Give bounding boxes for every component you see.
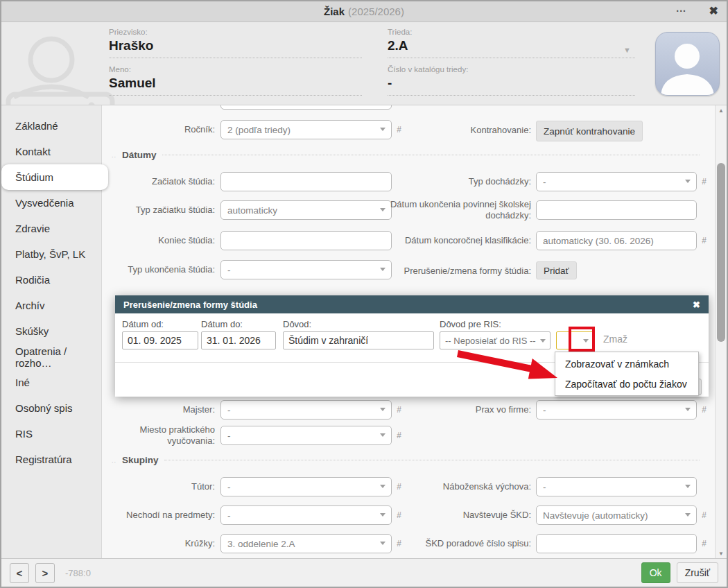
select-majster[interactable]: - (220, 400, 392, 420)
student-avatar[interactable] (655, 32, 720, 96)
section-drag-handle: .. (112, 152, 116, 159)
next-record-button[interactable]: > (35, 563, 55, 583)
modal-input-datum_od[interactable]: 01. 09. 2025 (122, 331, 198, 349)
input-zaciatok_studia[interactable] (220, 172, 392, 191)
modal-select-dovod_pre_ris[interactable]: -- Neposielať do RIS -- (440, 331, 551, 349)
field-label-navstevuje_skd: Navštevuje ŠKD: (378, 500, 531, 530)
header-field-label: Meno: (109, 65, 362, 74)
section-drag-handle: .. (112, 457, 116, 464)
sidebar-item-opatrenia-rozho-[interactable]: Opatrenia / rozho… (1, 344, 101, 370)
select-rocnik[interactable]: 2 (podľa triedy) (220, 120, 392, 139)
hash-link-icon[interactable]: # (397, 431, 401, 440)
chevron-down-icon (685, 180, 691, 183)
scroll-up-icon[interactable]: ▲ (716, 105, 727, 115)
record-position-text: -788:0 (65, 568, 91, 578)
vertical-scrollbar[interactable]: ▲ ▼ (715, 105, 727, 558)
select-miesto_praktickeho_vyucovania[interactable]: - (220, 426, 392, 445)
header-field-value[interactable]: - (388, 76, 635, 94)
title-bar: Žiak (2025/2026) ... ✖ (1, 1, 727, 22)
sidebar-item-arch-v[interactable]: Archív (1, 293, 101, 318)
modal-input-datum_do[interactable]: 31. 01. 2026 (201, 331, 276, 349)
section-header-skupiny: ..Skupiny (112, 455, 700, 465)
input-skd_poradove_cislo[interactable] (536, 534, 697, 553)
field-label-kontrahovanie: Kontrahovanie: (378, 115, 531, 146)
sidebar-item--t-dium[interactable]: Štúdium (1, 164, 108, 190)
field-value: - (227, 405, 231, 415)
delete-row-link[interactable]: Zmaž (603, 334, 627, 345)
enable-contracting-button[interactable]: Zapnúť kontrahovanie (536, 121, 643, 141)
chevron-down-icon[interactable] (540, 339, 546, 343)
header-field-underline (109, 95, 362, 96)
chevron-down-icon (685, 408, 691, 411)
chevron-down-icon (685, 513, 691, 517)
studium-tab-content: ..Dátumy..SkupinyRočník:2 (podľa triedy)… (102, 105, 715, 558)
modal-close-icon[interactable]: ✖ (693, 300, 700, 310)
prev-record-button[interactable]: < (10, 563, 29, 583)
sidebar-item-zdravie[interactable]: Zdravie (1, 216, 101, 241)
field-label-typ_dochadzky: Typ dochádzky: (378, 166, 531, 197)
hash-link-icon[interactable]: # (702, 510, 707, 520)
hash-link-icon[interactable]: # (702, 405, 707, 415)
field-value: - (227, 431, 231, 441)
input-datum_koncorocnej_klasifikacie[interactable]: automaticky (30. 06. 2026) (536, 231, 697, 250)
field-value: - (227, 265, 231, 275)
clipped-select-above[interactable] (220, 105, 392, 110)
modal-title: Prerušenie/zmena formy štúdia (123, 300, 693, 310)
dropdown-option-1[interactable]: Zobrazovať v známkach (555, 354, 698, 374)
more-options-icon[interactable]: ... (676, 3, 686, 14)
input-koniec_studia[interactable] (220, 231, 392, 250)
scrollbar-thumb[interactable] (717, 163, 725, 342)
select-nabozenska_vychova[interactable]: - (536, 477, 697, 496)
field-value: - (227, 482, 231, 492)
field-label-datum_koncorocnej_klasifikacie: Dátum koncoročnej klasifikácie: (378, 225, 531, 256)
cancel-button[interactable]: Zrušiť (677, 562, 718, 583)
dialog-title: Žiak (324, 6, 345, 17)
field-label-nabozenska_vychova: Náboženská výchova: (378, 472, 531, 502)
header-field-value[interactable]: Samuel (109, 76, 362, 94)
hash-link-icon[interactable]: # (702, 177, 707, 187)
header-field-value[interactable]: Hraško (109, 38, 362, 56)
field-label-datum_ukoncenia_psd: Dátum ukončenia povinnej školskej dochád… (378, 195, 531, 225)
sidebar-item-rodi-ia[interactable]: Rodičia (1, 267, 101, 293)
select-typ_dochadzky[interactable]: - (536, 172, 697, 191)
sidebar-item-kontakt[interactable]: Kontakt (1, 139, 101, 164)
header-field-label: Priezvisko: (109, 28, 362, 36)
input-datum_ukoncenia_psd[interactable] (536, 200, 697, 220)
sidebar-item-z-kladn-[interactable]: Základné (1, 113, 101, 139)
close-icon[interactable]: ✖ (709, 4, 718, 17)
combo-dropdown-menu: Zobrazovať v známkachZapočítavať do počt… (555, 352, 699, 396)
dialog-footer: < > -788:0 Ok Zrušiť (1, 558, 727, 587)
modal-input-dovod[interactable]: Štúdim v zahraničí (283, 331, 434, 349)
sidebar-item-vysved-enia[interactable]: Vysvedčenia (1, 190, 101, 216)
header-field-label: Číslo v katalógu triedy: (388, 65, 635, 74)
section-title: Dátumy (122, 150, 157, 160)
header-field-underline (109, 58, 362, 58)
ok-button[interactable]: Ok (641, 562, 670, 583)
select-nechodi_na_predmety[interactable]: - (220, 505, 392, 525)
field-value: automaticky (30. 06. 2026) (543, 236, 654, 246)
select-navstevuje_skd[interactable]: Navštevuje (automaticky) (536, 505, 697, 525)
student-header: Priezvisko:HraškoTrieda:2.A▼Meno:SamuelČ… (1, 22, 727, 105)
sidebar-item-osobn-spis[interactable]: Osobný spis (1, 395, 101, 421)
sidebar-item-sk-ky[interactable]: Skúšky (1, 318, 101, 344)
field-label-koniec_studia: Koniec štúdia: (102, 225, 215, 256)
field-label-skd_poradove_cislo: ŠKD poradové číslo spisu: (378, 528, 531, 558)
select-tutor[interactable]: - (220, 477, 392, 496)
dropdown-option-2[interactable]: Započítavať do počtu žiakov (555, 374, 698, 394)
add-interruption-button[interactable]: Pridať (536, 261, 577, 279)
chevron-down-icon[interactable]: ▼ (623, 46, 631, 54)
select-typ_zaciatku_studia[interactable]: automaticky (220, 200, 392, 220)
sidebar-item-registrat-ra[interactable]: Registratúra (1, 447, 101, 472)
scroll-down-icon[interactable]: ▼ (716, 548, 727, 558)
sidebar-item-platby-vp-lk[interactable]: Platby, ŠvP, LK (1, 241, 101, 267)
select-typ_ukoncenia_studia[interactable]: - (220, 260, 392, 279)
header-field-value[interactable]: 2.A (388, 38, 635, 56)
select-kruzky[interactable]: 3. oddelenie 2.A (220, 534, 392, 553)
chevron-down-icon (380, 433, 385, 437)
hash-link-icon[interactable]: # (702, 236, 707, 245)
select-prax_vo_firme[interactable]: - (536, 400, 697, 420)
field-label-prerusenie_pridat: Prerušenie/zmena formy štúdia: (378, 256, 531, 286)
sidebar-item-ris[interactable]: RIS (1, 421, 101, 447)
sidebar-item-in-[interactable]: Iné (1, 370, 101, 395)
hash-link-icon[interactable]: # (702, 539, 707, 548)
